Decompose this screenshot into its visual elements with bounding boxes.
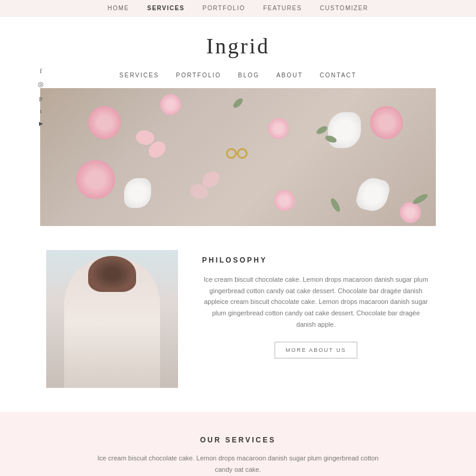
top-nav-customizer[interactable]: CUSTOMIZER [320, 5, 369, 11]
philosophy-title: PHILOSOPHY [202, 256, 430, 264]
facebook-icon[interactable]: f [37, 67, 44, 74]
more-about-us-button[interactable]: MORE ABOUT US [275, 342, 358, 358]
flower-white-1 [124, 178, 151, 208]
philosophy-text: Ice cream biscuit chocolate cake. Lemon … [202, 274, 430, 330]
flower-1 [88, 106, 121, 139]
services-text: Ice cream biscuit chocolate cake. Lemon … [94, 453, 382, 475]
bride-hair [88, 256, 136, 292]
top-nav-services[interactable]: SERVICES [147, 5, 184, 11]
hero-image [40, 88, 436, 226]
website-container: Home SERVICES PORTFOLIO FEATURES CUSTOMI… [0, 0, 476, 476]
ring-2 [237, 148, 248, 159]
main-nav: SERVICES PORTFOLIO BLOG ABOUT CONTACT [0, 67, 476, 88]
nav-blog[interactable]: BLOG [238, 72, 260, 79]
twitter-icon[interactable]: t [37, 107, 44, 115]
philosophy-content: PHILOSOPHY Ice cream biscuit chocolate c… [202, 250, 430, 358]
nav-contact[interactable]: CONTACT [320, 72, 357, 79]
top-nav: Home SERVICES PORTFOLIO FEATURES CUSTOMI… [0, 5, 476, 11]
leaf-4 [329, 197, 342, 213]
social-sidebar: f ◎ p t ▶ [37, 67, 44, 126]
top-nav-portfolio[interactable]: PORTFOLIO [203, 5, 245, 11]
site-header: Ingrid [0, 17, 476, 67]
flower-4 [268, 118, 289, 139]
youtube-icon[interactable]: ▶ [37, 120, 44, 126]
leaf-5 [411, 192, 429, 206]
site-title: Ingrid [0, 34, 476, 59]
nav-about[interactable]: ABOUT [276, 72, 303, 79]
top-nav-home[interactable]: Home [107, 5, 129, 11]
services-title: OUR SERVICES [12, 436, 464, 444]
ring-1 [226, 148, 237, 159]
nav-services[interactable]: SERVICES [119, 72, 159, 79]
services-section: OUR SERVICES Ice cream biscuit chocolate… [0, 412, 476, 476]
philosophy-image [46, 250, 178, 388]
philosophy-section: PHILOSOPHY Ice cream biscuit chocolate c… [40, 250, 436, 388]
flower-7 [400, 202, 421, 223]
leaf-1 [315, 125, 329, 136]
flower-6 [274, 190, 295, 211]
hero-floral-bg [40, 88, 436, 226]
flower-5 [370, 106, 403, 139]
nav-portfolio[interactable]: PORTFOLIO [176, 72, 221, 79]
flower-3 [160, 94, 181, 115]
instagram-icon[interactable]: ◎ [37, 80, 44, 88]
pinterest-icon[interactable]: p [37, 94, 44, 101]
flower-2 [76, 160, 115, 199]
leaf-3 [231, 97, 244, 109]
top-bar: Home SERVICES PORTFOLIO FEATURES CUSTOMI… [0, 0, 476, 17]
top-nav-features[interactable]: FEATURES [263, 5, 302, 11]
flower-white-3 [354, 174, 392, 214]
bride-figure [64, 256, 160, 388]
